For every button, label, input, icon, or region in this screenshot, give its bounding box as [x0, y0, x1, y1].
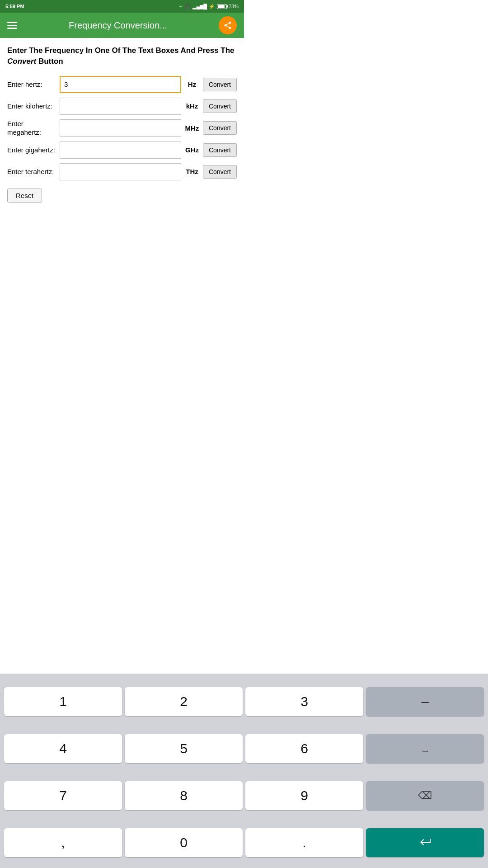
- hertz-unit: Hz: [184, 80, 200, 88]
- megahertz-convert-button[interactable]: Convert: [203, 121, 237, 135]
- kilohertz-unit: kHz: [184, 102, 200, 110]
- status-time: 5:59 PM: [5, 4, 24, 9]
- battery-percent: 73%: [229, 4, 239, 9]
- megahertz-row: Enter megahertz: MHz Convert: [7, 119, 237, 137]
- share-icon: [223, 21, 232, 30]
- reset-button[interactable]: Reset: [7, 189, 42, 203]
- battery-icon: [217, 4, 227, 9]
- charging-icon: ⚡: [209, 4, 215, 9]
- main-content: Enter The Frequency In One Of The Text B…: [0, 38, 244, 208]
- instruction-text: Enter The Frequency In One Of The Text B…: [7, 45, 237, 67]
- megahertz-input[interactable]: [60, 119, 181, 137]
- terahertz-row: Enter terahertz: THz Convert: [7, 163, 237, 180]
- dots-icon: ···: [178, 4, 183, 9]
- kilohertz-input[interactable]: [60, 98, 181, 115]
- terahertz-convert-button[interactable]: Convert: [203, 165, 237, 179]
- gigahertz-label: Enter gigahertz:: [7, 146, 57, 155]
- app-bar: Frequency Conversion...: [0, 13, 244, 38]
- hertz-label: Enter hertz:: [7, 80, 57, 89]
- menu-button[interactable]: [7, 22, 17, 29]
- hertz-input[interactable]: [60, 76, 181, 93]
- hertz-convert-button[interactable]: Convert: [203, 78, 237, 91]
- terahertz-unit: THz: [184, 168, 200, 175]
- kilohertz-convert-button[interactable]: Convert: [203, 99, 237, 113]
- status-icons: ··· 🎧 ▂▄▆█ ⚡ 73%: [178, 4, 239, 9]
- gigahertz-row: Enter gigahertz: GHz Convert: [7, 142, 237, 159]
- megahertz-unit: MHz: [184, 124, 200, 132]
- gigahertz-input[interactable]: [60, 142, 181, 159]
- app-title: Frequency Conversion...: [17, 20, 219, 31]
- signal-icon: ▂▄▆█: [192, 4, 207, 9]
- share-button[interactable]: [219, 16, 237, 34]
- kilohertz-row: Enter kilohertz: kHz Convert: [7, 98, 237, 115]
- gigahertz-convert-button[interactable]: Convert: [203, 143, 237, 157]
- terahertz-input[interactable]: [60, 163, 181, 180]
- hertz-row: Enter hertz: Hz Convert: [7, 76, 237, 93]
- status-bar: 5:59 PM ··· 🎧 ▂▄▆█ ⚡ 73%: [0, 0, 244, 13]
- megahertz-label: Enter megahertz:: [7, 119, 57, 137]
- kilohertz-label: Enter kilohertz:: [7, 102, 57, 111]
- headphone-icon: 🎧: [184, 4, 191, 9]
- terahertz-label: Enter terahertz:: [7, 167, 57, 176]
- gigahertz-unit: GHz: [184, 146, 200, 154]
